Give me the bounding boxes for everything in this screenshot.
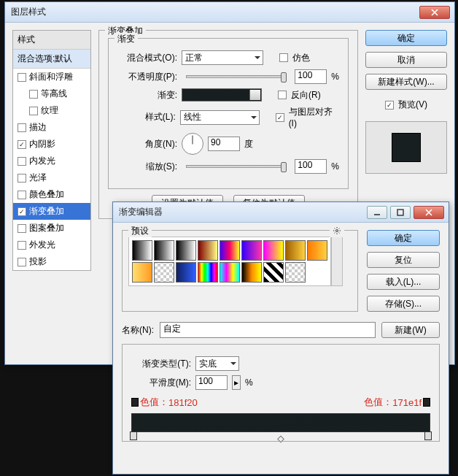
dither-checkbox[interactable] xyxy=(279,53,288,62)
ge-save-button[interactable]: 存储(S)... xyxy=(367,296,440,312)
style-item-6[interactable]: 光泽 xyxy=(13,169,90,186)
opacity-stop-left-icon[interactable] xyxy=(131,398,139,407)
gradient-editor-window: 渐变编辑器 预设 确定 复位 载入(L)... 存储(S)... xyxy=(112,201,449,475)
style-checkbox-0[interactable] xyxy=(18,73,26,82)
style-checkbox-11[interactable] xyxy=(18,258,26,266)
style-list: 样式 混合选项:默认 斜面和浮雕等高线纹理描边内阴影内发光光泽颜色叠加渐变叠加图… xyxy=(12,30,91,271)
style-item-8[interactable]: 渐变叠加 xyxy=(13,203,90,220)
preset-swatch-1[interactable] xyxy=(154,240,174,261)
name-label: 名称(N): xyxy=(122,324,154,337)
style-item-0[interactable]: 斜面和浮雕 xyxy=(13,69,90,85)
preset-swatch-3[interactable] xyxy=(198,240,218,261)
style-item-label: 纹理 xyxy=(41,104,58,117)
ge-ok-button[interactable]: 确定 xyxy=(367,230,440,246)
gradient-picker[interactable] xyxy=(182,88,262,101)
opacity-slider[interactable] xyxy=(186,75,286,78)
style-item-4[interactable]: 内阴影 xyxy=(13,136,90,153)
style-checkbox-7[interactable] xyxy=(18,191,26,199)
opacity-stop-right-icon[interactable] xyxy=(423,398,430,407)
style-checkbox-2[interactable] xyxy=(29,107,38,115)
style-item-9[interactable]: 图案叠加 xyxy=(13,220,90,237)
preset-swatch-16[interactable] xyxy=(285,262,306,283)
preset-swatch-6[interactable] xyxy=(263,240,284,261)
preset-swatch-9[interactable] xyxy=(132,262,152,283)
style-item-2[interactable]: 纹理 xyxy=(13,102,90,119)
style-item-5[interactable]: 内发光 xyxy=(13,153,90,169)
angle-dial[interactable] xyxy=(182,133,203,155)
style-item-10[interactable]: 外发光 xyxy=(13,237,90,253)
preset-swatch-14[interactable] xyxy=(241,262,262,283)
color1-label: 色值： xyxy=(140,396,168,409)
svg-rect-0 xyxy=(397,210,403,215)
minimize-icon[interactable] xyxy=(367,206,387,219)
preset-swatch-5[interactable] xyxy=(241,240,262,261)
layer-style-titlebar[interactable]: 图层样式 xyxy=(5,2,454,23)
smooth-stepper[interactable]: ▸ xyxy=(232,375,241,390)
new-gradient-button[interactable]: 新建(W) xyxy=(381,322,440,338)
style-select[interactable]: 线性 xyxy=(180,110,260,125)
gradient-editor-titlebar[interactable]: 渐变编辑器 xyxy=(113,202,449,223)
preset-swatch-15[interactable] xyxy=(263,262,284,283)
style-label: 样式(L): xyxy=(117,111,176,123)
midpoint-handle[interactable] xyxy=(277,436,284,443)
new-style-button[interactable]: 新建样式(W)... xyxy=(365,74,447,90)
style-item-1[interactable]: 等高线 xyxy=(13,85,90,102)
preset-swatch-0[interactable] xyxy=(132,240,152,261)
style-checkbox-1[interactable] xyxy=(29,90,38,99)
style-item-label: 图案叠加 xyxy=(29,222,64,234)
preset-scrollbar[interactable] xyxy=(331,237,343,286)
opacity-input[interactable]: 100 xyxy=(295,69,327,84)
preset-swatch-2[interactable] xyxy=(176,240,196,261)
color-stop-left[interactable] xyxy=(130,431,137,440)
blendmode-select[interactable]: 正常 xyxy=(182,50,263,65)
preset-swatch-4[interactable] xyxy=(220,240,240,261)
style-item-3[interactable]: 描边 xyxy=(13,119,90,136)
style-checkbox-9[interactable] xyxy=(18,224,26,233)
style-checkbox-3[interactable] xyxy=(18,123,26,132)
blend-options-default[interactable]: 混合选项:默认 xyxy=(13,50,90,69)
ge-load-button[interactable]: 载入(L)... xyxy=(367,274,440,290)
style-item-7[interactable]: 颜色叠加 xyxy=(13,186,90,203)
preset-group: 预设 xyxy=(122,230,358,312)
style-checkbox-4[interactable] xyxy=(18,140,26,149)
preset-swatch-8[interactable] xyxy=(307,240,327,261)
preview-swatch xyxy=(392,133,421,162)
color1-value: 181f20 xyxy=(168,397,198,408)
preset-swatch-10[interactable] xyxy=(154,262,174,283)
align-label: 与图层对齐(I) xyxy=(289,106,339,128)
type-label: 渐变类型(T): xyxy=(131,358,191,370)
angle-input[interactable]: 90 xyxy=(208,137,240,151)
name-input[interactable]: 自定 xyxy=(160,322,376,338)
style-checkbox-6[interactable] xyxy=(18,174,26,183)
gradient-type-group: 渐变类型(T): 实底 平滑度(M): 100 ▸ % 色值： 181f20 色… xyxy=(122,344,440,442)
maximize-icon[interactable] xyxy=(390,206,411,219)
gradient-editor-title: 渐变编辑器 xyxy=(117,206,364,218)
preset-swatch-7[interactable] xyxy=(285,240,306,261)
color-stop-right[interactable] xyxy=(424,431,432,440)
style-item-11[interactable]: 投影 xyxy=(13,253,90,270)
close-icon[interactable] xyxy=(419,6,450,19)
preset-swatch-13[interactable] xyxy=(220,262,240,283)
reverse-checkbox[interactable] xyxy=(278,91,287,99)
inner-group-title: 渐变 xyxy=(114,33,138,45)
align-checkbox[interactable] xyxy=(276,113,284,122)
scale-slider[interactable] xyxy=(186,165,286,168)
smooth-input[interactable]: 100 xyxy=(195,375,228,390)
cancel-button[interactable]: 取消 xyxy=(365,52,447,68)
type-select[interactable]: 实底 xyxy=(195,356,239,371)
close-icon[interactable] xyxy=(414,206,444,219)
preview-checkbox[interactable] xyxy=(385,101,394,110)
preset-swatch-12[interactable] xyxy=(198,262,218,283)
style-checkbox-10[interactable] xyxy=(18,241,26,250)
style-item-label: 渐变叠加 xyxy=(29,205,64,218)
preview-swatch-box xyxy=(365,121,447,174)
scale-input[interactable]: 100 xyxy=(295,159,327,174)
style-checkbox-8[interactable] xyxy=(18,207,26,216)
style-checkbox-5[interactable] xyxy=(18,157,26,166)
ok-button[interactable]: 确定 xyxy=(365,30,447,46)
preset-grid xyxy=(128,237,331,286)
ge-reset-button[interactable]: 复位 xyxy=(367,252,440,268)
preset-swatch-11[interactable] xyxy=(176,262,196,283)
gear-icon[interactable] xyxy=(330,226,344,237)
gradient-edit-bar[interactable] xyxy=(131,413,430,432)
